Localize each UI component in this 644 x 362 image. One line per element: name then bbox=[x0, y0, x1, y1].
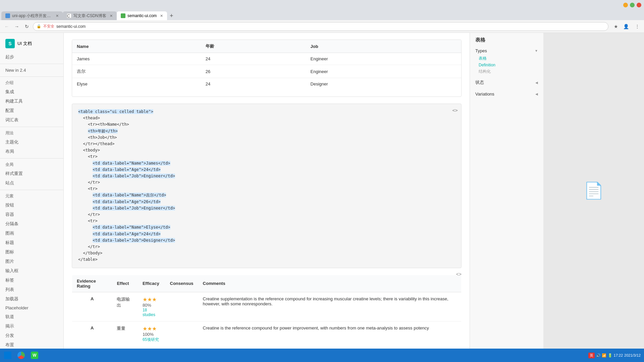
code-line-6: </tr></thead> bbox=[78, 141, 455, 147]
tray-icons: 🔊 📶 🔋 bbox=[596, 353, 612, 358]
right-sidebar-sub-structured[interactable]: 结构化 bbox=[475, 68, 538, 75]
account-btn[interactable]: 👤 bbox=[622, 22, 630, 31]
bookmark-btn[interactable]: ★ bbox=[612, 22, 620, 31]
code-block: <> <table class="ui celled table"> <thea… bbox=[72, 104, 462, 268]
gray-panel: 📄 bbox=[543, 33, 644, 349]
forward-btn[interactable]: → bbox=[13, 22, 21, 31]
tab-semantic[interactable]: semantic-ui.com ✕ bbox=[117, 11, 167, 20]
tab-close-csdn[interactable]: ✕ bbox=[110, 14, 113, 18]
maximize-btn[interactable] bbox=[630, 3, 635, 7]
sidebar-item-new24[interactable]: New in 2.4 bbox=[0, 66, 63, 74]
left-sidebar: S UI 文档 起步 New in 2.4 介绍 集成 构建工具 配置 词汇表 … bbox=[0, 33, 64, 349]
sidebar-item-label[interactable]: 标签 bbox=[0, 276, 63, 285]
right-sidebar-sub-table[interactable]: 表格 bbox=[475, 55, 538, 62]
sidebar-item-icon[interactable]: 图标 bbox=[0, 247, 63, 257]
new-tab-btn[interactable]: + bbox=[167, 11, 176, 20]
code-line-21: <td data-label="Job">Designer</td> bbox=[78, 237, 455, 244]
sidebar-item-placeholder[interactable]: Placeholder bbox=[0, 304, 63, 312]
sidebar-section-usage: 用法 bbox=[0, 129, 63, 137]
code-line-5: <th>Job</th> bbox=[78, 134, 455, 141]
right-sidebar-state[interactable]: 状态 ◀ bbox=[475, 78, 538, 87]
sidebar-item-rail[interactable]: 轨道 bbox=[0, 312, 63, 321]
sidebar-item-site[interactable]: 站点 bbox=[0, 178, 63, 188]
sidebar-item-divider[interactable]: 分隔条 bbox=[0, 219, 63, 229]
menu-btn[interactable]: ⋮ bbox=[633, 22, 641, 31]
taskbar-wechat[interactable]: W bbox=[28, 350, 41, 361]
tab-close-semantic[interactable]: ✕ bbox=[160, 14, 163, 18]
sidebar-item-input[interactable]: 输入框 bbox=[0, 266, 63, 276]
right-sidebar-section-types: Types ▼ 表格 Definition 结构化 bbox=[475, 47, 538, 75]
sidebar-item-qibu[interactable]: 起步 bbox=[0, 52, 63, 62]
close-btn[interactable] bbox=[637, 3, 641, 7]
code-line-16: <td data-label="Job">Engineer</td> bbox=[78, 205, 455, 212]
sidebar-section-intro: 介绍 bbox=[0, 79, 63, 87]
sidebar-item-style-reset[interactable]: 样式重置 bbox=[0, 169, 63, 178]
sidebar-divider-4 bbox=[0, 158, 63, 159]
sidebar-logo: S UI 文档 bbox=[0, 36, 63, 52]
taskbar: W 英 🔊 📶 🔋 17:22 2021/3/12 bbox=[0, 349, 644, 362]
right-sidebar-types[interactable]: Types ▼ bbox=[475, 47, 538, 55]
types-chevron: ▼ bbox=[535, 49, 538, 53]
sidebar-item-theming[interactable]: 主题化 bbox=[0, 137, 63, 147]
tab-csdn[interactable]: C 写文章-CSDN博客 ✕ bbox=[63, 11, 117, 20]
taskbar-start[interactable] bbox=[1, 350, 14, 361]
types-label: Types bbox=[475, 48, 487, 53]
sidebar-item-reveal[interactable]: 揭示 bbox=[0, 321, 63, 331]
minimize-btn[interactable] bbox=[623, 3, 628, 7]
evidence-efficacy-1: ★★★ 100% 65项研究 bbox=[138, 321, 165, 347]
chrome-icon bbox=[17, 352, 25, 359]
table-row: Elyse 24 Designer bbox=[72, 78, 461, 90]
taskbar-date: 2021/3/12 bbox=[624, 353, 641, 357]
studies-link-0[interactable]: 18 studies bbox=[143, 308, 161, 317]
tabs-bar: uni-app 小程序开发_哔哩哔哩... ✕ C 写文章-CSDN博客 ✕ s… bbox=[0, 10, 644, 20]
address-bar[interactable]: 🔒 不安全 semantic-ui.com bbox=[33, 22, 608, 31]
sidebar-item-button[interactable]: 按钮 bbox=[0, 200, 63, 210]
studies-link-1[interactable]: 65项研究 bbox=[143, 337, 161, 343]
sidebar-item-header[interactable]: 标题 bbox=[0, 238, 63, 247]
file-placeholder-icon: 📄 bbox=[584, 181, 604, 200]
code-line-1: <table class="ui celled table"> bbox=[78, 109, 455, 115]
sidebar-item-list[interactable]: 列表 bbox=[0, 285, 63, 294]
evidence-col-rating: Evidence Rating bbox=[72, 275, 112, 292]
right-sidebar-sub-definition[interactable]: Definition bbox=[475, 62, 538, 68]
taskbar-chrome[interactable] bbox=[15, 350, 28, 361]
code-line-18: <tr> bbox=[78, 218, 455, 224]
sidebar-item-layout[interactable]: 布局 bbox=[0, 147, 63, 156]
tab-label-uniapp: uni-app 小程序开发_哔哩哔哩... bbox=[12, 13, 52, 19]
code-icon-btn[interactable]: <> bbox=[452, 107, 458, 114]
evidence-grade-1: A bbox=[72, 321, 112, 347]
content-area: Name 年龄 Job James 24 Engineer 吉尔 26 Engi… bbox=[64, 33, 470, 349]
code-line-19: <td data-label="Name">Elyse</td> bbox=[78, 224, 455, 231]
sidebar-item-image[interactable]: 图片 bbox=[0, 257, 63, 266]
url-text: semantic-ui.com bbox=[56, 24, 86, 29]
evidence-col-consensus: Consensus bbox=[165, 275, 198, 292]
back-btn[interactable]: ← bbox=[3, 22, 11, 31]
evidence-code-icon[interactable]: <> bbox=[456, 272, 462, 277]
tab-close-uniapp[interactable]: ✕ bbox=[56, 14, 59, 18]
sidebar-item-integration[interactable]: 集成 bbox=[0, 87, 63, 97]
refresh-btn[interactable]: ↻ bbox=[23, 22, 31, 31]
sidebar-item-step[interactable]: 布置 bbox=[0, 340, 63, 349]
cell-job-0: Engineer bbox=[306, 53, 461, 65]
right-sidebar-variations[interactable]: Variations ◀ bbox=[475, 90, 538, 98]
right-sidebar-section-variations: Variations ◀ bbox=[475, 90, 538, 98]
evidence-table: Evidence Rating Effect Efficacy Consensu… bbox=[72, 275, 462, 347]
sidebar-item-build-tools[interactable]: 构建工具 bbox=[0, 97, 63, 106]
sidebar-section-elements: 元素 bbox=[0, 192, 63, 200]
code-line-4: <th>年龄</th> bbox=[78, 128, 455, 134]
sidebar-item-config[interactable]: 配置 bbox=[0, 106, 63, 115]
sidebar-item-loader[interactable]: 加载器 bbox=[0, 294, 63, 304]
logo-text: UI 文档 bbox=[17, 41, 32, 47]
tab-uniapp[interactable]: uni-app 小程序开发_哔哩哔哩... ✕ bbox=[1, 11, 63, 20]
cell-name-0: James bbox=[72, 53, 201, 65]
sidebar-item-segment[interactable]: 分发 bbox=[0, 331, 63, 340]
evidence-effect-0: 电源输出 bbox=[112, 292, 138, 321]
code-toolbar: <> bbox=[452, 107, 458, 114]
sidebar-item-glossary[interactable]: 词汇表 bbox=[0, 115, 63, 125]
right-sidebar: 表格 Types ▼ 表格 Definition 结构化 状态 ◀ Variat… bbox=[470, 33, 543, 349]
evidence-col-efficacy: Efficacy bbox=[138, 275, 165, 292]
sidebar-item-embed[interactable]: 图画 bbox=[0, 229, 63, 238]
sidebar-item-container[interactable]: 容器 bbox=[0, 210, 63, 219]
code-line-17: </tr> bbox=[78, 212, 455, 218]
browser-chrome: uni-app 小程序开发_哔哩哔哩... ✕ C 写文章-CSDN博客 ✕ s… bbox=[0, 0, 644, 20]
